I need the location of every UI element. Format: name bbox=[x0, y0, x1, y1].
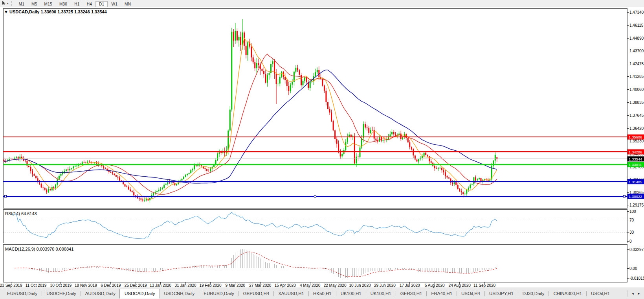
svg-text:1.34206: 1.34206 bbox=[629, 150, 642, 154]
timeframe-button-mn[interactable]: MN bbox=[121, 1, 134, 7]
date-axis-label: 30 Oct 2019 bbox=[50, 283, 72, 288]
chart-tabs-bar: EURUSD,DailyUSDCHF,DailyAUDUSD,DailyUSDC… bbox=[0, 288, 644, 299]
tab-separator bbox=[457, 291, 457, 296]
macd-axis-label: -0.018154 bbox=[629, 276, 644, 281]
timeframe-button-m15[interactable]: M15 bbox=[41, 1, 56, 7]
chart-tab-dj30-daily[interactable]: DJ30,Daily bbox=[519, 290, 549, 297]
price-axis-label: 1.43700 bbox=[629, 49, 644, 53]
mt4-window: ▾ M1M5M15M30H1H4D1W1MN 1.473401.461151.4… bbox=[0, 0, 644, 299]
chart-tabs: EURUSD,DailyUSDCHF,DailyAUDUSD,DailyUSDC… bbox=[0, 288, 627, 299]
current-price-badge: 1.33544 bbox=[627, 156, 644, 161]
chart-tab-usdcad-daily[interactable]: USDCAD,Daily bbox=[119, 289, 160, 299]
date-axis-label: 25 Dec 2019 bbox=[125, 283, 147, 288]
tab-scroll-arrows: ◄ ► bbox=[627, 290, 644, 297]
svg-text:1.33011: 1.33011 bbox=[629, 162, 642, 167]
tab-separator bbox=[239, 291, 239, 296]
chart-tab-ger30-h1[interactable]: GER30,H1 bbox=[396, 290, 426, 297]
timeframe-button-h4[interactable]: H4 bbox=[83, 1, 95, 7]
chart-tab-uk100-h1[interactable]: UK100,H1 bbox=[367, 290, 395, 297]
hline-drag-handle[interactable] bbox=[5, 196, 7, 197]
price-axis-label: 1.29175 bbox=[629, 203, 644, 207]
date-axis-label: 29 Jun 2020 bbox=[374, 283, 396, 288]
price-axis-label: 1.47340 bbox=[629, 10, 644, 15]
tab-scroll-left-icon[interactable]: ◄ bbox=[631, 292, 634, 295]
date-axis-label: 17 Jul 2020 bbox=[400, 283, 420, 288]
tab-scroll-right-icon[interactable]: ► bbox=[637, 292, 640, 295]
date-axis-label: 18 Nov 2019 bbox=[75, 283, 97, 288]
date-axis-label: 19 Feb 2020 bbox=[199, 283, 222, 288]
main-chart-pane[interactable] bbox=[3, 8, 627, 208]
timeframe-button-h1[interactable]: H1 bbox=[71, 1, 83, 7]
timeframe-toolbar: M1M5M15M30H1H4D1W1MN bbox=[15, 0, 135, 7]
price-axis-label: 1.38835 bbox=[629, 100, 644, 105]
chart-tab-eurusd-daily[interactable]: EURUSD,Daily bbox=[3, 290, 41, 297]
date-axis-label: 11 Sep 2020 bbox=[473, 283, 495, 288]
rsi-axis-label: 0 bbox=[629, 239, 632, 244]
price-axis[interactable]: 1.473401.461151.448901.437001.424751.412… bbox=[627, 10, 644, 281]
chart-collapse-icon[interactable]: ▼ bbox=[4, 9, 8, 14]
date-axis-label: 22 May 2020 bbox=[324, 283, 347, 288]
tab-separator bbox=[586, 291, 587, 296]
hline-drag-handle[interactable] bbox=[624, 196, 626, 197]
price-axis-label: 1.41285 bbox=[629, 74, 644, 79]
macd-axis-label: 0.00 bbox=[629, 266, 637, 271]
price-badge-1.34206: 1.34206 bbox=[627, 149, 644, 154]
chart-tab-usdchf-daily[interactable]: USDCHF,Daily bbox=[42, 290, 80, 297]
hline-drag-handle[interactable] bbox=[314, 196, 316, 197]
timeframe-button-w1[interactable]: W1 bbox=[108, 1, 121, 7]
price-badge-1.33011: 1.33011 bbox=[627, 162, 644, 167]
timeframe-button-m30[interactable]: M30 bbox=[56, 1, 71, 7]
tab-separator bbox=[426, 291, 427, 296]
date-axis-label: 11 Oct 2019 bbox=[26, 283, 47, 288]
tab-separator bbox=[81, 291, 81, 296]
toolbar-grip bbox=[11, 1, 13, 6]
chart-area: 1.473401.461151.448901.437001.424751.412… bbox=[0, 0, 644, 299]
chart-title: USDCAD,Daily 1.33690 1.33725 1.33246 1.3… bbox=[9, 9, 107, 14]
chart-tab-china300-h1[interactable]: CHINA300,H1 bbox=[549, 290, 586, 297]
tab-separator bbox=[336, 291, 336, 296]
svg-text:1.31405: 1.31405 bbox=[629, 180, 642, 184]
date-axis-label: 31 Jan 2020 bbox=[175, 283, 196, 288]
rsi-pane[interactable] bbox=[3, 209, 627, 243]
date-axis-label: 9 Mar 2020 bbox=[226, 283, 246, 288]
tab-separator bbox=[308, 291, 309, 296]
price-axis-label: 1.44890 bbox=[629, 36, 644, 41]
chart-tab-xauusd-h1[interactable]: XAUUSD,H1 bbox=[274, 290, 308, 297]
chart-tab-audusd-daily[interactable]: AUDUSD,Daily bbox=[81, 290, 119, 297]
chart-tab-fra40-h1[interactable]: FRA40,H1 bbox=[427, 290, 456, 297]
date-axis-label: 5 Aug 2020 bbox=[425, 283, 445, 288]
chart-tab-gbpusd-h4[interactable]: GBPUSD,H4 bbox=[239, 290, 273, 297]
date-axis-label: 13 Jan 2020 bbox=[150, 283, 171, 288]
timeframe-button-m5[interactable]: M5 bbox=[28, 1, 41, 7]
chart-tab-usdjpy-h1[interactable]: USDJPY,H1 bbox=[485, 290, 517, 297]
date-axis-label: 24 Aug 2020 bbox=[449, 283, 471, 288]
chart-tab-uk100-h1[interactable]: UK100,H1 bbox=[337, 290, 365, 297]
macd-pane[interactable] bbox=[3, 244, 627, 282]
macd-label: MACD(12,26,9) 0.003970 0.000841 bbox=[5, 247, 73, 251]
rsi-axis-label: 30 bbox=[629, 230, 634, 234]
rsi-label: RSI(14) 64.6143 bbox=[5, 211, 37, 216]
cursor-tool-button[interactable]: ▾ bbox=[0, 0, 10, 7]
timeframe-button-m1[interactable]: M1 bbox=[15, 1, 28, 7]
price-axis-label: 1.37645 bbox=[629, 113, 644, 118]
chart-tab-usoil-h1[interactable]: USOil,H1 bbox=[587, 290, 614, 297]
price-axis-label: 1.36420 bbox=[629, 126, 644, 131]
tab-separator bbox=[518, 291, 518, 296]
chart-tab-hk50-h1[interactable]: HK50,H1 bbox=[309, 290, 336, 297]
tab-separator bbox=[549, 291, 549, 296]
tab-separator bbox=[42, 291, 42, 296]
chart-tab-usoil-h4[interactable]: USOil,H4 bbox=[457, 290, 484, 297]
chart-tab-eurusd-daily[interactable]: EURUSD,Daily bbox=[200, 290, 238, 297]
chevron-down-icon[interactable]: ▾ bbox=[7, 2, 9, 5]
time-axis[interactable]: 23 Sep 201911 Oct 201930 Oct 201918 Nov … bbox=[0, 282, 496, 288]
tab-separator bbox=[273, 291, 274, 296]
timeframe-button-d1[interactable]: D1 bbox=[95, 1, 108, 7]
tab-separator bbox=[199, 291, 199, 296]
price-badge-1.35606: 1.35606 bbox=[627, 135, 644, 140]
rsi-axis-label: 70 bbox=[629, 218, 634, 222]
rsi-axis-label: 100 bbox=[629, 209, 636, 214]
chart-tab-usdcnh-daily[interactable]: USDCNH,Daily bbox=[160, 290, 198, 297]
date-axis-label: 10 Jun 2020 bbox=[349, 283, 371, 288]
date-axis-label: 27 Mar 2020 bbox=[249, 283, 272, 288]
svg-text:1.33544: 1.33544 bbox=[629, 157, 642, 161]
